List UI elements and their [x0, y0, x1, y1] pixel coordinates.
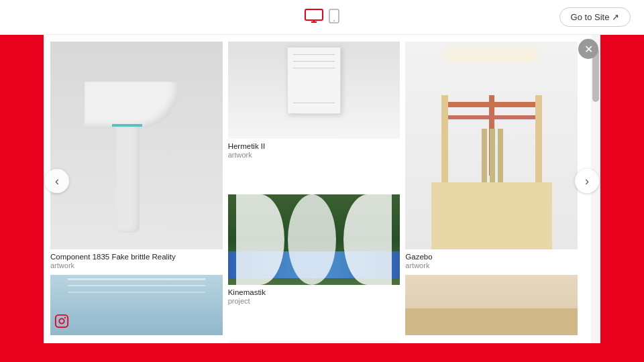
top-bar: Go to Site ↗ [0, 0, 644, 35]
list-item: Gazebo artwork [405, 42, 578, 335]
artwork-image-gazebo-bottom[interactable] [405, 275, 578, 335]
svg-point-6 [59, 318, 64, 323]
item-title: Component 1835 Fake brittle Reality [50, 253, 223, 261]
chevron-right-icon: › [585, 174, 589, 188]
artwork-image-gazebo[interactable] [405, 42, 578, 249]
artwork-image-hermetik[interactable] [228, 42, 400, 139]
red-border-bottom [0, 343, 644, 362]
item-type: project [228, 297, 400, 305]
red-border-right [600, 35, 644, 343]
close-icon: ✕ [584, 43, 593, 56]
svg-point-7 [64, 317, 66, 318]
svg-rect-0 [305, 9, 323, 20]
monitor-icon[interactable] [305, 9, 323, 26]
go-to-site-button[interactable]: Go to Site ↗ [559, 7, 631, 27]
list-item: Hermetik II artwork [228, 42, 400, 189]
artwork-image-component-bottom[interactable] [50, 275, 223, 335]
go-to-site-label: Go to Site ↗ [571, 12, 619, 22]
preview-container: Component 1835 Fake brittle Reality artw… [44, 35, 600, 343]
svg-rect-5 [56, 315, 68, 327]
close-button[interactable]: ✕ [578, 39, 598, 59]
item-title: Gazebo [405, 253, 578, 261]
list-item: Component 1835 Fake brittle Reality artw… [50, 42, 223, 335]
mobile-icon[interactable] [329, 9, 339, 26]
item-title: Kinemastik [228, 288, 400, 296]
list-item: Kinemastik project [228, 194, 400, 335]
device-switcher [305, 9, 339, 26]
item-type: artwork [50, 261, 223, 269]
prev-button[interactable]: ‹ [45, 169, 69, 193]
artwork-image-kinemastik[interactable] [228, 194, 400, 285]
red-border-left [0, 35, 44, 343]
chevron-left-icon: ‹ [55, 174, 59, 188]
item-title: Hermetik II [228, 142, 400, 150]
instagram-icon[interactable] [54, 314, 69, 331]
item-type: artwork [228, 151, 400, 159]
artwork-grid: Component 1835 Fake brittle Reality artw… [44, 35, 591, 343]
svg-point-4 [333, 20, 335, 21]
next-button[interactable]: › [575, 169, 599, 193]
item-type: artwork [405, 261, 578, 269]
artwork-image-component[interactable] [50, 42, 223, 249]
